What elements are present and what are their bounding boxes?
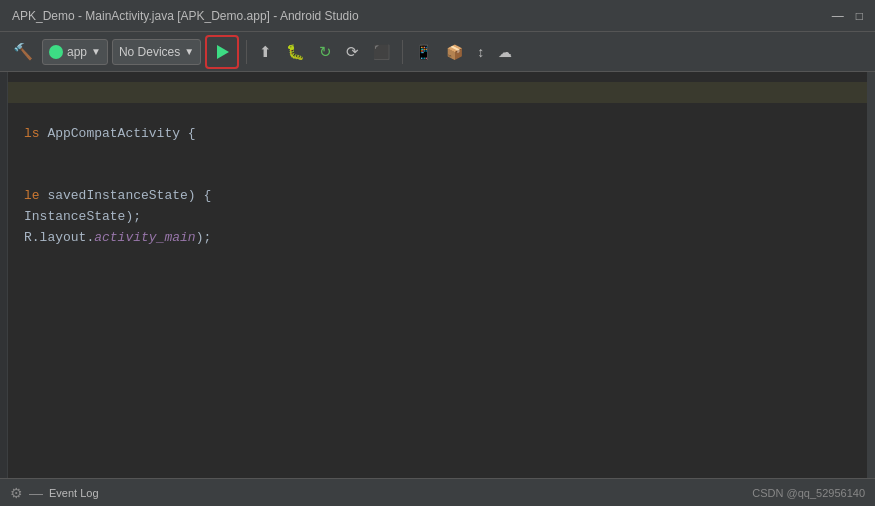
sync-button[interactable]: ↕ [472,40,489,64]
title-text: APK_Demo - MainActivity.java [APK_Demo.a… [12,9,359,23]
firebase-button[interactable]: ☁ [493,40,517,64]
code-line-super: InstanceState); [24,207,867,228]
app-icon [49,45,63,59]
code-line-setcontent: R.layout.activity_main); [24,228,867,249]
code-param: savedInstanceState) { [47,188,211,203]
sdk-icon: 📦 [446,44,463,60]
firebase-icon: ☁ [498,44,512,60]
coverage-icon: ⬛ [373,44,390,60]
app-dropdown-chevron: ▼ [91,46,101,57]
event-log-label[interactable]: Event Log [49,487,99,499]
build-button[interactable]: 🔨 [8,38,38,65]
status-bar: ⚙ — Event Log CSDN @qq_52956140 [0,478,875,506]
code-void: le [24,188,47,203]
app-dropdown[interactable]: app ▼ [42,39,108,65]
code-super: InstanceState); [24,209,141,224]
toolbar-separator-2 [402,40,403,64]
code-line-class: ls AppCompatActivity { [24,124,867,145]
code-line-blank1 [24,144,867,165]
avd-manager-button[interactable]: 📱 [410,40,437,64]
code-line-method: le savedInstanceState) { [24,186,867,207]
minimize-icon[interactable]: — [832,9,844,23]
minimize-panel-button[interactable]: — [29,485,43,501]
run-button[interactable] [208,38,236,66]
attach-icon: ↻ [319,43,332,61]
right-scrollbar[interactable] [867,72,875,478]
code-editor[interactable]: ls AppCompatActivity { le savedInstanceS… [8,72,867,478]
code-line [24,103,867,124]
sync-icon: ↕ [477,44,484,60]
step-over-icon: ⬆ [259,43,272,61]
editor-container: ls AppCompatActivity { le savedInstanceS… [0,72,875,478]
coverage-button[interactable]: ⬛ [368,40,395,64]
watermark: CSDN @qq_52956140 [752,487,865,499]
sdk-manager-button[interactable]: 📦 [441,40,468,64]
status-left: ⚙ — Event Log [10,485,99,501]
code-classname: AppCompatActivity [47,126,180,141]
profile-icon: ⟳ [346,43,359,61]
debug-button[interactable]: 🐛 [281,39,310,65]
profile-button[interactable]: ⟳ [341,39,364,65]
settings-gear-button[interactable]: ⚙ [10,485,23,501]
code-semicolon: ); [196,230,212,245]
bug-icon: 🐛 [286,43,305,61]
code-setcontent: R.layout. [24,230,94,245]
code-line-highlighted [8,82,867,103]
code-text [24,84,32,99]
code-layout-name: activity_main [94,230,195,245]
hammer-icon: 🔨 [13,42,33,61]
avd-icon: 📱 [415,44,432,60]
toolbar: 🔨 app ▼ No Devices ▼ ⬆ 🐛 ↻ ⟳ ⬛ 📱 [0,32,875,72]
step-over-button[interactable]: ⬆ [254,39,277,65]
devices-chevron: ▼ [184,46,194,57]
maximize-icon[interactable]: □ [856,9,863,23]
title-bar: APK_Demo - MainActivity.java [APK_Demo.a… [0,0,875,32]
code-line-blank2 [24,165,867,186]
code-extends: ls [24,126,47,141]
devices-label: No Devices [119,45,180,59]
code-brace: { [180,126,196,141]
run-triangle-icon [217,45,229,59]
attach-debugger-button[interactable]: ↻ [314,39,337,65]
toolbar-separator-1 [246,40,247,64]
run-button-wrapper [205,35,239,69]
devices-dropdown[interactable]: No Devices ▼ [112,39,201,65]
line-number-gutter [0,72,8,478]
app-dropdown-label: app [67,45,87,59]
